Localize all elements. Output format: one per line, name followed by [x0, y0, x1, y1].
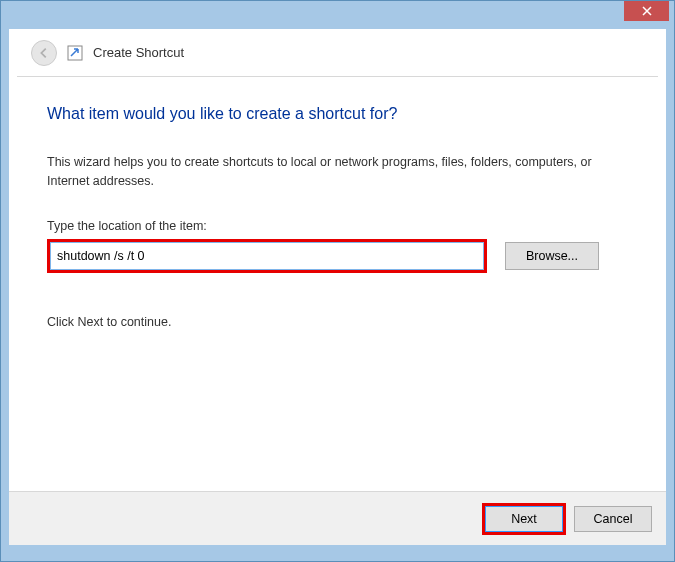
- content-area: What item would you like to create a sho…: [9, 77, 666, 491]
- create-shortcut-window: Create Shortcut What item would you like…: [0, 0, 675, 562]
- browse-button[interactable]: Browse...: [505, 242, 599, 270]
- close-icon: [642, 6, 652, 16]
- input-row: Browse...: [47, 239, 628, 273]
- wizard-heading: What item would you like to create a sho…: [47, 105, 628, 123]
- location-input-highlight: [47, 239, 487, 273]
- wizard-panel: Create Shortcut What item would you like…: [9, 29, 666, 545]
- location-label: Type the location of the item:: [47, 219, 628, 233]
- next-button-highlight: Next: [482, 503, 566, 535]
- next-button[interactable]: Next: [485, 506, 563, 532]
- titlebar: [1, 1, 674, 29]
- continue-instruction: Click Next to continue.: [47, 315, 628, 329]
- shortcut-icon: [67, 45, 83, 61]
- close-button[interactable]: [624, 1, 669, 21]
- cancel-button[interactable]: Cancel: [574, 506, 652, 532]
- wizard-description: This wizard helps you to create shortcut…: [47, 153, 628, 191]
- header-bar: Create Shortcut: [17, 29, 658, 77]
- location-input[interactable]: [50, 242, 484, 270]
- window-title: Create Shortcut: [93, 45, 184, 60]
- back-arrow-icon: [37, 46, 51, 60]
- back-button[interactable]: [31, 40, 57, 66]
- footer-bar: Next Cancel: [9, 491, 666, 545]
